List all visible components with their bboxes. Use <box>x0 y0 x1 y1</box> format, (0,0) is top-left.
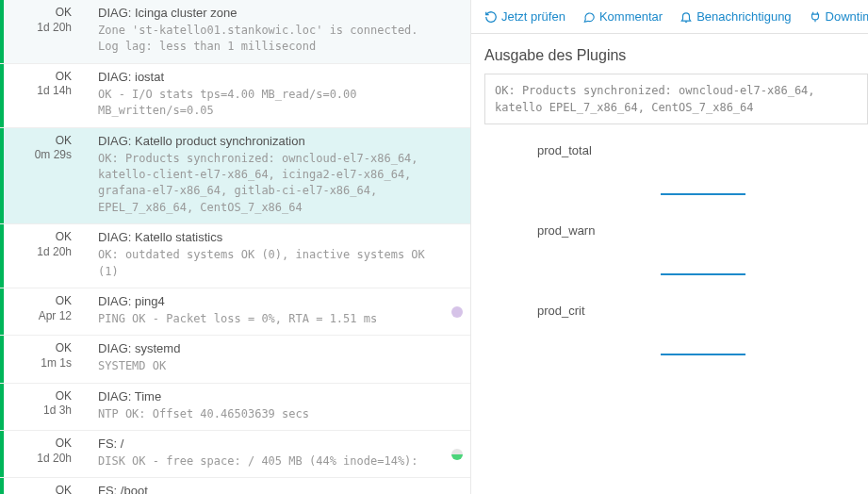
check-content: FS: /DISK OK - free space: / 405 MB (44%… <box>79 431 444 477</box>
check-name: DIAG: ping4 <box>98 294 436 308</box>
status-since: 1d 20h <box>9 452 72 467</box>
check-name: DIAG: Katello product synchronization <box>98 134 436 148</box>
speech-bubble-icon <box>582 10 596 24</box>
status-column: OK1d 20h <box>4 224 79 288</box>
check-content: FS: /bootDISK OK - free space: /boot 59 … <box>79 478 444 494</box>
status-since: 1d 20h <box>9 245 72 260</box>
comment-label: Kommentar <box>599 9 663 24</box>
status-label: OK <box>9 341 72 356</box>
status-label: OK <box>9 134 72 149</box>
metric-row: prod_total <box>500 143 840 157</box>
status-column: OK1m 1s <box>4 336 79 382</box>
check-name: DIAG: Icinga cluster zone <box>98 6 436 20</box>
check-name: DIAG: iostat <box>98 70 436 84</box>
check-name: FS: / <box>98 436 436 451</box>
metric-sparkline <box>661 193 745 195</box>
check-name: DIAG: Time <box>98 389 436 403</box>
check-output: OK: Products synchronized: owncloud-el7-… <box>98 151 436 217</box>
status-label: OK <box>9 6 72 21</box>
check-row[interactable]: OK1d 3hDIAG: TimeNTP OK: Offset 40.46503… <box>0 384 470 431</box>
status-since: Apr 12 <box>9 309 72 324</box>
status-since: 1d 14h <box>9 84 72 99</box>
indicator-column <box>444 64 470 127</box>
plugin-output-title: Ausgabe des Plugins <box>484 47 868 64</box>
indicator-column <box>444 288 470 335</box>
indicator-column <box>444 0 470 63</box>
check-row[interactable]: OK1d 20hDIAG: Katello statisticsOK: outd… <box>0 224 470 288</box>
check-row[interactable]: OK0m 29sDIAG: Katello product synchroniz… <box>0 128 470 225</box>
check-row[interactable]: OK1d 20hDIAG: Icinga cluster zoneZone 's… <box>0 0 470 64</box>
perfdata-indicator-icon <box>451 306 463 318</box>
check-output: Zone 'st-katello01.stankowic.loc' is con… <box>98 23 436 56</box>
metric-row: prod_crit <box>500 304 840 318</box>
status-label: OK <box>9 484 72 494</box>
check-content: DIAG: systemdSYSTEMD OK <box>79 336 444 382</box>
metric-name: prod_warn <box>500 223 840 238</box>
check-output: OK - I/O stats tps=4.00 MB_read/s=0.00 M… <box>98 87 436 120</box>
status-since: 1d 20h <box>9 21 72 36</box>
indicator-column <box>444 384 470 430</box>
downtime-label: Downtime <box>826 9 868 24</box>
check-output: SYSTEMD OK <box>98 358 436 374</box>
status-label: OK <box>9 436 72 452</box>
status-since: 0m 29s <box>9 148 72 163</box>
check-now-button[interactable]: Jetzt prüfen <box>484 9 565 24</box>
status-label: OK <box>9 389 72 404</box>
indicator-column <box>444 128 470 224</box>
status-column: OK0m 29s <box>4 128 79 224</box>
plugin-output-section: Ausgabe des Plugins OK: Products synchro… <box>471 34 868 134</box>
metric-name: prod_crit <box>500 304 840 318</box>
check-row[interactable]: OK1d 20hFS: /DISK OK - free space: / 405… <box>0 431 470 478</box>
check-row[interactable]: OK1d 19hFS: /bootDISK OK - free space: /… <box>0 478 470 494</box>
status-column: OK1d 20h <box>4 431 79 477</box>
refresh-icon <box>484 10 498 24</box>
status-label: OK <box>9 230 72 245</box>
check-content: DIAG: ping4PING OK - Packet loss = 0%, R… <box>79 288 444 335</box>
check-name: FS: /boot <box>98 484 436 494</box>
status-column: OK1d 20h <box>4 0 79 63</box>
indicator-column <box>444 431 470 477</box>
metrics-section: prod_totalprod_warnprod_crit <box>471 134 868 393</box>
check-content: DIAG: Katello product synchronizationOK:… <box>79 128 444 224</box>
status-since: 1m 1s <box>9 356 72 371</box>
status-column: OK1d 19h <box>4 478 79 494</box>
check-output: OK: outdated systems OK (0), inactive sy… <box>98 247 436 280</box>
indicator-column <box>444 224 470 288</box>
detail-pane: Jetzt prüfen Kommentar Benachrichtigung <box>471 0 868 494</box>
downtime-button[interactable]: Downtime <box>809 9 868 24</box>
check-now-label: Jetzt prüfen <box>501 9 565 24</box>
indicator-column <box>444 478 470 494</box>
check-list-pane: OK1d 20hDIAG: Icinga cluster zoneZone 's… <box>0 0 471 494</box>
check-content: DIAG: iostatOK - I/O stats tps=4.00 MB_r… <box>79 64 444 127</box>
check-content: DIAG: TimeNTP OK: Offset 40.46503639 sec… <box>79 384 444 430</box>
check-output: PING OK - Packet loss = 0%, RTA = 1.51 m… <box>98 311 436 327</box>
notification-label: Benachrichtigung <box>696 9 791 24</box>
comment-button[interactable]: Kommentar <box>582 9 663 24</box>
metric-name: prod_total <box>500 143 840 157</box>
check-output: DISK OK - free space: / 405 MB (44% inod… <box>98 453 436 469</box>
status-since: 1d 3h <box>9 403 72 419</box>
status-label: OK <box>9 70 72 85</box>
status-column: OK1d 14h <box>4 64 79 127</box>
perfdata-indicator-icon <box>451 449 463 460</box>
check-row[interactable]: OKApr 12DIAG: ping4PING OK - Packet loss… <box>0 288 470 336</box>
check-row[interactable]: OK1d 14hDIAG: iostatOK - I/O stats tps=4… <box>0 64 470 128</box>
plug-icon <box>809 10 822 24</box>
check-output: NTP OK: Offset 40.46503639 secs <box>98 406 436 422</box>
status-column: OKApr 12 <box>4 288 79 335</box>
indicator-column <box>444 336 470 382</box>
metric-sparkline <box>661 354 745 355</box>
check-row[interactable]: OK1m 1sDIAG: systemdSYSTEMD OK <box>0 336 470 383</box>
plugin-output-text: OK: Products synchronized: owncloud-el7-… <box>484 74 868 124</box>
metric-sparkline <box>661 273 745 275</box>
check-content: DIAG: Icinga cluster zoneZone 'st-katell… <box>79 0 444 63</box>
check-content: DIAG: Katello statisticsOK: outdated sys… <box>79 224 444 288</box>
check-name: DIAG: Katello statistics <box>98 230 436 244</box>
check-name: DIAG: systemd <box>98 341 436 355</box>
metric-row: prod_warn <box>500 223 840 238</box>
action-bar: Jetzt prüfen Kommentar Benachrichtigung <box>471 0 868 34</box>
status-label: OK <box>9 294 72 309</box>
status-column: OK1d 3h <box>4 384 79 430</box>
notification-button[interactable]: Benachrichtigung <box>680 9 791 24</box>
bell-icon <box>680 10 693 24</box>
